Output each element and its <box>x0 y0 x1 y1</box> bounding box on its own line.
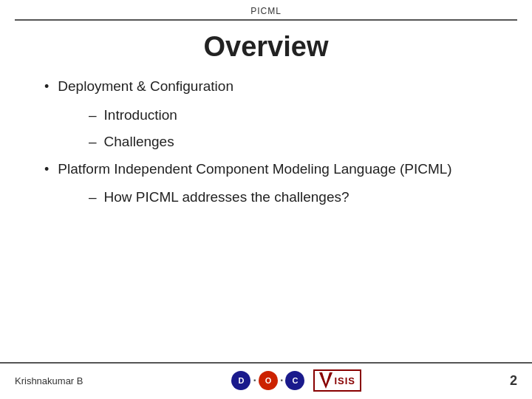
doc-sep1: · <box>253 374 256 387</box>
vanderbilt-v-icon <box>319 372 332 389</box>
isis-logo: ISIS <box>313 369 361 392</box>
bullet-text: Platform Independent Component Modeling … <box>58 159 451 180</box>
header-title: PICML <box>250 6 282 16</box>
list-item: – Introduction <box>89 105 488 126</box>
sub-item-text: Challenges <box>104 132 174 153</box>
slide-header: PICML <box>0 0 532 19</box>
dash-icon: – <box>89 132 97 153</box>
slide-title: Overview <box>15 31 517 63</box>
dash-icon: – <box>89 105 97 126</box>
page-number: 2 <box>510 373 517 389</box>
isis-box: ISIS <box>313 369 361 392</box>
sub-item-text: Introduction <box>104 105 177 126</box>
title-area: Overview <box>0 21 532 69</box>
isis-text: ISIS <box>334 375 355 386</box>
list-item: – How PICML addresses the challenges? <box>89 187 488 208</box>
svg-marker-0 <box>319 372 332 389</box>
bullet-text: Deployment & Configuration <box>58 76 233 98</box>
slide-content: • Deployment & Configuration – Introduct… <box>0 69 532 362</box>
list-item: • Platform Independent Component Modelin… <box>44 159 488 180</box>
footer-logos: D · O · C ISIS <box>231 369 361 392</box>
sub-item-text: How PICML addresses the challenges? <box>104 187 349 208</box>
bullet-icon: • <box>44 160 49 179</box>
sub-list: – How PICML addresses the challenges? <box>89 187 488 208</box>
list-item: • Deployment & Configuration <box>44 76 488 98</box>
doc-d-icon: D <box>231 371 250 390</box>
sub-list: – Introduction – Challenges <box>89 105 488 153</box>
slide-footer: Krishnakumar B D · O · C ISIS 2 <box>0 362 532 399</box>
slide: PICML Overview • Deployment & Configurat… <box>0 0 532 399</box>
doc-o-icon: O <box>259 371 278 390</box>
list-item: – Challenges <box>89 132 488 153</box>
dash-icon: – <box>89 187 97 208</box>
bullet-icon: • <box>44 78 49 96</box>
footer-author: Krishnakumar B <box>15 375 83 386</box>
doc-sep2: · <box>280 374 283 387</box>
doc-c-icon: C <box>285 371 304 390</box>
doc-logo: D · O · C <box>231 371 304 390</box>
